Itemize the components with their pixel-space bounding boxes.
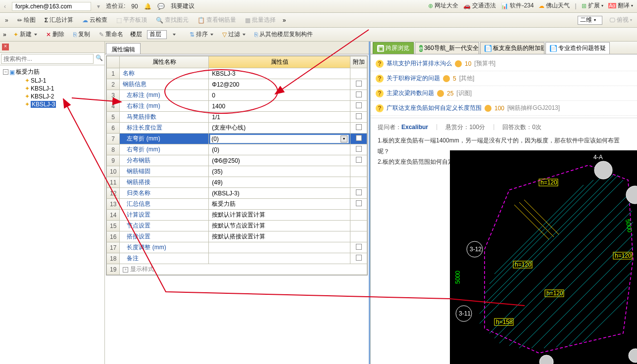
prop-row[interactable]: 14计算设置按默认计算设置计算 xyxy=(107,210,367,221)
prop-value[interactable]: (0) xyxy=(209,144,350,155)
feedback-link[interactable]: 我要建议 xyxy=(171,2,195,10)
floor-combo[interactable]: 首层 xyxy=(147,30,167,39)
prop-row[interactable]: 5马凳筋排数1/1 xyxy=(107,112,367,123)
chat-icon[interactable]: 💬 xyxy=(157,3,165,10)
qa-item[interactable]: ?关于职称评定的问题5[其他] xyxy=(371,71,637,86)
prop-value[interactable]: 按默认节点设置计算 xyxy=(209,221,350,231)
checkbox[interactable] xyxy=(356,135,362,141)
soft-link[interactable]: 📊软件-234 xyxy=(501,1,534,10)
tab-360[interactable]: e360导航_新一代安全上... xyxy=(415,42,479,54)
checkbox[interactable] xyxy=(356,244,362,250)
new-button[interactable]: ✦新建 xyxy=(11,29,39,40)
prop-attach[interactable] xyxy=(350,123,367,134)
collapse-icon[interactable]: − xyxy=(3,69,8,75)
prop-attach[interactable] xyxy=(350,231,367,242)
prop-value[interactable]: (0)▾ xyxy=(209,134,350,144)
prop-value[interactable]: (35) xyxy=(209,166,350,177)
prop-attach[interactable] xyxy=(350,101,367,112)
asker-name[interactable]: Excalibur xyxy=(401,124,428,131)
weather-link[interactable]: ☁佛山天气 xyxy=(539,1,570,10)
expand-icon[interactable]: + xyxy=(123,267,128,273)
prop-attach[interactable] xyxy=(350,199,367,210)
address-field[interactable]: forpk.chen@163.com xyxy=(12,2,91,11)
qa-item[interactable]: ?基坑支护用计算排水沟么10[预算书] xyxy=(371,56,637,71)
copy-button[interactable]: ⎘ 复制 xyxy=(71,29,92,40)
prop-row[interactable]: 6标注长度位置(支座中心线) xyxy=(107,123,367,134)
prop-row[interactable]: 12归类名称(KBSLJ-3) xyxy=(107,188,367,199)
prop-attach[interactable] xyxy=(350,242,367,253)
prop-attach[interactable] xyxy=(350,112,367,123)
dropdown-icon[interactable]: ▾ xyxy=(97,3,100,10)
tree-item-3[interactable]: ✦KBSLJ-3 xyxy=(1,100,103,108)
viewrebar-button[interactable]: 📋 查看钢筋量 xyxy=(196,15,238,25)
prop-attach[interactable] xyxy=(350,144,367,155)
view-mode-button[interactable]: 🖵 俯视 ▾ xyxy=(607,15,634,25)
draw-button[interactable]: ✏ 绘图 xyxy=(15,15,38,25)
prop-row[interactable]: 19+显示样式 xyxy=(107,264,367,275)
prop-value[interactable] xyxy=(209,242,350,253)
prop-value[interactable]: (KBSLJ-3) xyxy=(209,188,350,199)
chevron-right-icon[interactable]: » xyxy=(3,16,10,25)
prop-row[interactable]: 2钢筋信息Φ12@200 xyxy=(107,79,367,90)
prop-row[interactable]: 17长度调整 (mm) xyxy=(107,242,367,253)
delete-button[interactable]: ✕ 删除 xyxy=(44,29,66,40)
prop-value[interactable]: (49) xyxy=(209,177,350,188)
search-icon[interactable]: 🔍 xyxy=(95,54,103,63)
findgraph-button[interactable]: 🔍 查找图元 xyxy=(154,15,191,25)
checkbox[interactable] xyxy=(356,102,362,108)
prop-attach[interactable] xyxy=(350,90,367,101)
dropdown-icon[interactable]: ▾ xyxy=(341,136,347,142)
view-2d-combo[interactable]: 二维 ▾ xyxy=(578,16,602,25)
dropdown-icon[interactable] xyxy=(173,34,176,36)
prop-attach[interactable] xyxy=(350,221,367,231)
prop-attach[interactable] xyxy=(350,166,367,177)
prop-tab-edit[interactable]: 属性编辑 xyxy=(106,43,141,54)
checkbox[interactable] xyxy=(356,91,362,97)
prop-row[interactable]: 10钢筋锚固(35) xyxy=(107,166,367,177)
prop-value[interactable]: (Φ6@250) xyxy=(209,155,350,166)
prop-row[interactable]: 15节点设置按默认节点设置计算 xyxy=(107,221,367,231)
checkbox[interactable] xyxy=(356,200,362,206)
prop-row[interactable]: 3左标注 (mm)0 xyxy=(107,90,367,101)
chevron-right-icon[interactable]: » xyxy=(3,31,6,38)
prop-row[interactable]: 1名称KBSLJ-3 xyxy=(107,68,367,79)
sumcalc-button[interactable]: Σ 汇总计算 xyxy=(43,15,75,25)
prop-value[interactable]: 1400 xyxy=(209,101,350,112)
search-input[interactable] xyxy=(1,54,94,64)
tab-crossscreen[interactable]: ▣跨屏浏览 xyxy=(373,42,414,54)
prop-value[interactable]: (支座中心线) xyxy=(209,123,350,134)
prop-row[interactable]: 11钢筋搭接(49) xyxy=(107,177,367,188)
tree-item-1[interactable]: ✦KBSLJ-1 xyxy=(1,85,103,92)
prop-value[interactable]: KBSLJ-3 xyxy=(209,68,350,79)
checkbox[interactable] xyxy=(356,189,362,195)
prop-value[interactable] xyxy=(209,253,350,264)
prop-value[interactable]: 0 xyxy=(209,90,350,101)
prop-value[interactable]: 板受力筋 xyxy=(209,199,350,210)
prop-value[interactable]: Φ12@200 xyxy=(209,79,350,90)
batchsel-button[interactable]: ▦ 批量选择 xyxy=(243,15,278,25)
tab-board[interactable]: 📄板支座负筋的附加筋-厂 xyxy=(480,42,544,54)
checkbox[interactable] xyxy=(356,146,362,152)
sort-button[interactable]: ⇅ 排序 xyxy=(188,29,215,40)
checkbox[interactable] xyxy=(356,255,362,261)
prop-attach[interactable] xyxy=(350,177,367,188)
prop-row[interactable]: 9分布钢筋(Φ6@250) xyxy=(107,155,367,166)
prop-value[interactable]: 1/1 xyxy=(209,112,350,123)
close-icon[interactable]: × xyxy=(2,44,9,50)
tree-item-2[interactable]: ✦KBSLJ-2 xyxy=(1,92,103,100)
prop-attach[interactable] xyxy=(350,188,367,199)
prop-attach[interactable] xyxy=(350,210,367,221)
tree-root[interactable]: − ▣ 板受力筋 xyxy=(1,67,103,77)
bell-icon[interactable]: 🔔 xyxy=(144,3,151,10)
checkbox[interactable] xyxy=(356,124,362,130)
filter-button[interactable]: ▽ 过滤 xyxy=(220,29,247,40)
prop-attach[interactable] xyxy=(350,79,367,90)
more-chevron-icon[interactable]: » xyxy=(283,17,286,24)
tree-item-0[interactable]: ✦SLJ-1 xyxy=(1,77,103,85)
prop-attach[interactable] xyxy=(350,134,367,144)
prop-row[interactable]: 13汇总信息板受力筋 xyxy=(107,199,367,210)
checkbox[interactable] xyxy=(356,81,362,87)
prop-attach[interactable] xyxy=(350,68,367,79)
flattop-button[interactable]: ⬚ 平齐板顶 xyxy=(114,15,149,25)
prop-row[interactable]: 7左弯折 (mm)(0)▾ xyxy=(107,134,367,144)
